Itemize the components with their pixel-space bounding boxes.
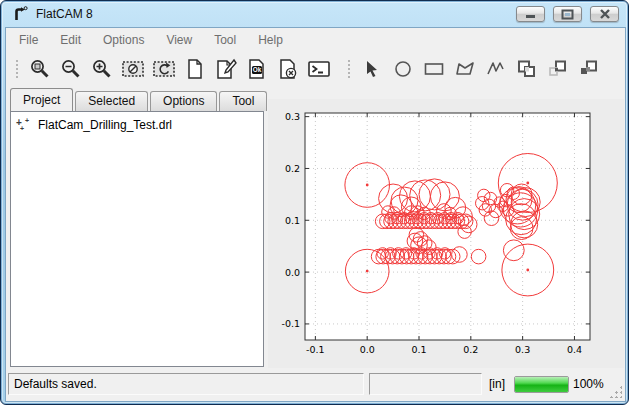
zoom-in-button[interactable]: [86, 55, 117, 83]
status-bar: Defaults saved. [in] 100%: [6, 369, 625, 401]
clear-plot-button[interactable]: [117, 55, 148, 83]
zoom-out-button[interactable]: [55, 55, 86, 83]
circle-tool-icon: [393, 59, 413, 79]
new-file-icon: [184, 58, 206, 80]
flatcam-logo-icon: [12, 6, 29, 23]
polygon-subtraction-button[interactable]: [573, 55, 604, 83]
polygon-tool-icon: [454, 59, 476, 79]
menu-tool[interactable]: Tool: [214, 33, 236, 47]
svg-text:Ok: Ok: [252, 66, 261, 73]
tab-selected[interactable]: Selected: [75, 91, 148, 111]
polygon-union-button[interactable]: [511, 55, 542, 83]
rectangle-tool-icon: [423, 59, 445, 79]
menu-help[interactable]: Help: [258, 33, 283, 47]
menu-file[interactable]: File: [19, 33, 38, 47]
status-secondary-panel: [369, 373, 482, 395]
svg-text:0.4: 0.4: [567, 344, 582, 355]
add-rectangle-button[interactable]: [418, 55, 449, 83]
progress-fill: [515, 377, 568, 392]
tree-item-label: FlatCam_Drilling_Test.drl: [34, 118, 172, 132]
maximize-icon: [561, 9, 574, 20]
tab-options[interactable]: Options: [150, 91, 217, 111]
select-arrow-icon: [362, 59, 382, 79]
tab-project[interactable]: Project: [10, 88, 73, 111]
close-button[interactable]: [590, 6, 619, 22]
menu-view[interactable]: View: [166, 33, 192, 47]
delete-file-icon: [277, 58, 299, 80]
svg-text:0.2: 0.2: [285, 163, 300, 174]
title-bar[interactable]: FlatCAM 8: [1, 1, 628, 28]
select-tool-button[interactable]: [356, 55, 387, 83]
minimize-icon: [525, 9, 537, 19]
edit-file-icon: [214, 58, 238, 80]
add-polygon-button[interactable]: [449, 55, 480, 83]
close-icon: [599, 9, 611, 19]
zoom-fit-icon: [29, 58, 51, 80]
client-area: File Edit Options View Tool Help: [5, 27, 626, 402]
svg-text:0.0: 0.0: [360, 344, 375, 355]
maximize-button[interactable]: [553, 6, 582, 22]
union-icon: [516, 59, 538, 79]
subtraction-icon: [578, 59, 600, 79]
add-circle-button[interactable]: [387, 55, 418, 83]
units-label: [in]: [489, 373, 505, 395]
status-message: Defaults saved.: [14, 377, 97, 391]
delete-button[interactable]: [272, 55, 303, 83]
intersection-icon: [547, 59, 569, 79]
menu-options[interactable]: Options: [103, 33, 144, 47]
svg-text:0.1: 0.1: [411, 344, 426, 355]
tab-tool[interactable]: Tool: [219, 91, 267, 111]
minimize-button[interactable]: [516, 6, 545, 22]
shell-button[interactable]: [303, 55, 334, 83]
editor-button[interactable]: [210, 55, 241, 83]
replot-icon: [152, 58, 176, 80]
app-window: FlatCAM 8 File Edit Options View Tool He…: [0, 0, 629, 405]
ok-file-icon: Ok: [246, 58, 268, 80]
toolbar-handle-2[interactable]: [346, 58, 351, 80]
status-message-panel: Defaults saved.: [8, 373, 364, 395]
svg-text:0.2: 0.2: [463, 344, 478, 355]
drill-points-icon: +++: [16, 117, 34, 133]
drill-plot[interactable]: -0.10.00.10.20.30.4-0.10.00.10.20.3: [268, 99, 624, 368]
path-tool-icon: [485, 59, 507, 79]
tab-bar: Project Selected Options Tool: [10, 88, 269, 111]
toolbar-handle[interactable]: [14, 58, 19, 80]
svg-text:0.0: 0.0: [285, 267, 300, 278]
project-tree[interactable]: +++ FlatCam_Drilling_Test.drl: [10, 111, 264, 367]
zoom-in-icon: [91, 58, 113, 80]
plot-canvas[interactable]: -0.10.00.10.20.30.4-0.10.00.10.20.3: [268, 99, 624, 368]
clear-plot-icon: [121, 58, 145, 80]
zoom-out-icon: [60, 58, 82, 80]
shell-icon: [307, 58, 331, 80]
toolbar: Ok: [6, 52, 625, 85]
replot-button[interactable]: [148, 55, 179, 83]
svg-text:0.3: 0.3: [515, 344, 530, 355]
svg-text:-0.1: -0.1: [306, 344, 325, 355]
menu-edit[interactable]: Edit: [60, 33, 81, 47]
save-ok-button[interactable]: Ok: [241, 55, 272, 83]
svg-text:0.3: 0.3: [285, 111, 300, 122]
progress-bar: [514, 376, 569, 393]
tree-item-drill-object[interactable]: +++ FlatCam_Drilling_Test.drl: [11, 112, 263, 133]
resize-grip-icon[interactable]: [609, 385, 622, 398]
svg-text:0.1: 0.1: [285, 215, 300, 226]
menu-bar: File Edit Options View Tool Help: [6, 28, 625, 52]
new-blank-button[interactable]: [179, 55, 210, 83]
svg-text:-0.1: -0.1: [281, 318, 300, 329]
progress-percent-label: 100%: [573, 373, 604, 395]
add-path-button[interactable]: [480, 55, 511, 83]
window-title: FlatCAM 8: [36, 7, 93, 21]
zoom-fit-button[interactable]: [24, 55, 55, 83]
polygon-intersection-button[interactable]: [542, 55, 573, 83]
